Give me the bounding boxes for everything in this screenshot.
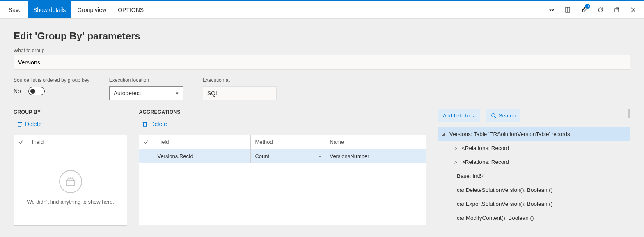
svg-point-15 — [70, 177, 71, 177]
exec-location-select[interactable]: Autodetect ▾ — [109, 86, 183, 100]
datasource-panel: Add field to ⌄ Search ◢ Versions: Table … — [438, 109, 630, 225]
attachment-button[interactable]: 0 — [577, 3, 591, 17]
link-icon — [548, 7, 555, 13]
datasource-tree: ◢ Versions: Table 'ERSolutionVersionTabl… — [438, 127, 630, 225]
svg-rect-10 — [18, 123, 21, 126]
command-bar-right: 0 — [544, 1, 644, 18]
aggregations-column: AGGREGATIONS Delete Field Method Name Ve… — [139, 109, 426, 225]
groupby-header: GROUP BY — [14, 109, 127, 115]
exec-at-field[interactable]: SQL — [203, 86, 277, 100]
options-button[interactable]: OPTIONS — [112, 1, 149, 18]
scrollbar-thumb[interactable] — [628, 109, 630, 118]
ordered-label: Source list is ordered by group key — [14, 77, 89, 83]
tree-item[interactable]: canModifyContent(): Boolean () — [438, 211, 630, 225]
table-row[interactable]: Versions.RecId Count ▾ VersionsNumber — [139, 149, 426, 163]
tree-item-label: canModifyContent(): Boolean () — [457, 215, 534, 221]
show-details-label: Show details — [33, 7, 66, 13]
exec-location-block: Execution location Autodetect ▾ — [109, 77, 183, 100]
exec-at-block: Execution at SQL — [203, 77, 277, 100]
agg-grid-header: Field Method Name — [139, 135, 426, 149]
refresh-button[interactable] — [594, 3, 607, 17]
exec-at-label: Execution at — [203, 77, 277, 83]
agg-method-header[interactable]: Method — [251, 135, 325, 149]
show-details-button[interactable]: Show details — [28, 1, 71, 18]
svg-rect-13 — [66, 180, 74, 185]
options-label: OPTIONS — [118, 7, 144, 13]
tree-item[interactable]: ▷ >Relations: Record — [438, 155, 630, 169]
agg-field-header[interactable]: Field — [153, 135, 251, 149]
tree-root-label: Versions: Table 'ERSolutionVersionTable'… — [449, 131, 570, 137]
agg-grid: Field Method Name Versions.RecId Count ▾… — [139, 135, 426, 225]
groupby-empty-text: We didn't find anything to show here. — [27, 199, 114, 205]
trash-icon — [17, 121, 23, 127]
content-area: Edit 'Group By' parameters What to group… — [0, 19, 644, 226]
tree-item-label: Base: Int64 — [457, 173, 485, 179]
groupby-column: GROUP BY Delete Field We didn't find any… — [14, 109, 127, 226]
add-field-to-label: Add field to — [443, 113, 470, 119]
columns-area: GROUP BY Delete Field We didn't find any… — [14, 109, 630, 226]
toolbar-search-button[interactable] — [149, 1, 161, 18]
ordered-block: Source list is ordered by group key No — [14, 77, 89, 95]
tree-item[interactable]: ▷ <Relations: Record — [438, 141, 630, 155]
row-check[interactable] — [139, 149, 153, 163]
tree-item[interactable]: canDeleteSolutionVersion(): Boolean () — [438, 183, 630, 197]
chevron-down-icon: ⌄ — [472, 113, 475, 118]
row-method-cell[interactable]: Count ▾ — [251, 149, 325, 163]
groupby-field-header[interactable]: Field — [28, 135, 127, 149]
agg-header: AGGREGATIONS — [139, 109, 426, 115]
add-field-to-button[interactable]: Add field to ⌄ — [438, 109, 480, 122]
tree-item[interactable]: canExportSolutionVersion(): Boolean () — [438, 197, 630, 211]
check-icon — [143, 139, 149, 145]
ordered-toggle[interactable] — [28, 87, 45, 95]
tree-root[interactable]: ◢ Versions: Table 'ERSolutionVersionTabl… — [438, 127, 630, 141]
close-button[interactable] — [626, 3, 640, 17]
svg-rect-17 — [144, 123, 147, 126]
svg-point-20 — [492, 114, 495, 117]
refresh-icon — [597, 7, 604, 13]
trash-icon — [142, 121, 148, 127]
page-title: Edit 'Group By' parameters — [14, 30, 630, 42]
save-button[interactable]: Save — [0, 1, 28, 18]
what-to-group-input[interactable] — [14, 55, 630, 70]
groupby-grid: Field We didn't find anything to show he… — [14, 135, 127, 226]
empty-state-icon — [59, 170, 82, 193]
expander-collapsed-icon: ▷ — [453, 160, 458, 164]
svg-line-21 — [495, 117, 496, 118]
popout-icon — [614, 7, 620, 13]
box-icon — [65, 176, 76, 187]
save-label: Save — [9, 7, 22, 13]
row-field: Versions.RecId — [153, 149, 251, 163]
office-icon-button[interactable] — [561, 3, 575, 17]
chevron-down-icon: ▾ — [319, 154, 321, 159]
agg-delete-button[interactable]: Delete — [139, 118, 426, 130]
exec-at-value: SQL — [207, 90, 219, 97]
command-bar: Save Show details Group view OPTIONS 0 — [0, 1, 644, 19]
group-view-label: Group view — [77, 7, 106, 13]
group-view-button[interactable]: Group view — [71, 1, 112, 18]
search-icon — [491, 113, 496, 118]
agg-delete-label: Delete — [150, 121, 167, 127]
popout-button[interactable] — [610, 3, 624, 17]
row-name: VersionsNumber — [325, 149, 426, 163]
expander-collapsed-icon: ▷ — [453, 146, 458, 150]
close-icon — [630, 7, 637, 13]
tree-item[interactable]: Base: Int64 — [438, 169, 630, 183]
check-icon — [18, 139, 23, 145]
agg-name-header[interactable]: Name — [325, 135, 426, 149]
office-icon — [564, 7, 571, 13]
groupby-empty-body: We didn't find anything to show here. — [14, 149, 127, 225]
link-icon-button[interactable] — [544, 3, 558, 17]
what-to-group-label: What to group — [14, 48, 630, 53]
row-method: Count — [255, 153, 269, 159]
groupby-delete-label: Delete — [25, 121, 41, 127]
groupby-delete-button[interactable]: Delete — [14, 118, 127, 130]
agg-check-header[interactable] — [139, 135, 153, 149]
toggle-knob — [30, 89, 35, 94]
exec-location-label: Execution location — [109, 77, 183, 83]
ordered-value-text: No — [14, 88, 21, 94]
expander-expanded-icon: ◢ — [440, 132, 446, 136]
groupby-grid-header: Field — [14, 135, 127, 149]
search-button[interactable]: Search — [486, 109, 520, 122]
groupby-check-header[interactable] — [14, 135, 28, 149]
datasource-actions: Add field to ⌄ Search — [438, 109, 630, 122]
